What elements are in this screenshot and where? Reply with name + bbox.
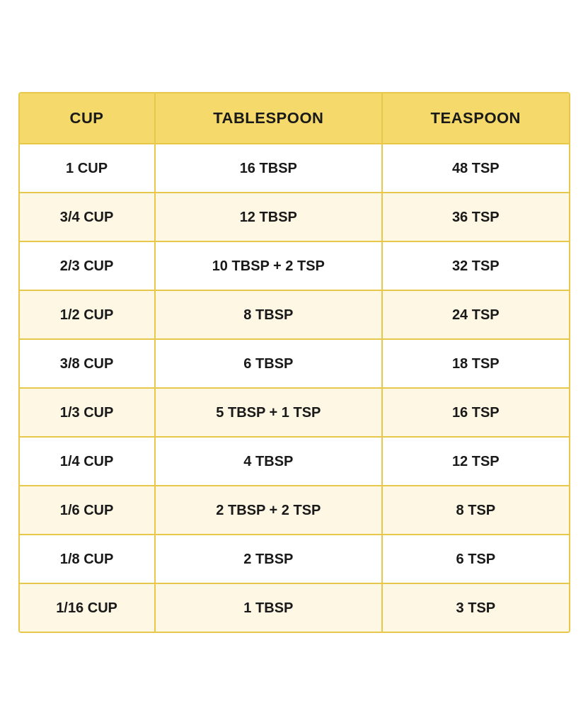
table-row: 1/8 CUP2 TBSP6 TSP xyxy=(20,535,569,583)
header-cup: CUP xyxy=(20,93,155,144)
table-row: 1/2 CUP8 TBSP24 TSP xyxy=(20,290,569,339)
cell-tablespoon: 1 TBSP xyxy=(155,583,382,632)
conversion-table: CUP TABLESPOON TEASPOON 1 CUP16 TBSP48 T… xyxy=(20,93,569,632)
cell-cup: 1/8 CUP xyxy=(20,535,155,583)
cell-cup: 1/4 CUP xyxy=(20,437,155,486)
table-row: 1 CUP16 TBSP48 TSP xyxy=(20,144,569,193)
table-row: 1/3 CUP5 TBSP + 1 TSP16 TSP xyxy=(20,388,569,437)
cell-cup: 1/2 CUP xyxy=(20,290,155,339)
cell-cup: 3/8 CUP xyxy=(20,339,155,388)
cell-tablespoon: 2 TBSP xyxy=(155,535,382,583)
cell-teaspoon: 48 TSP xyxy=(382,144,568,193)
cell-tablespoon: 6 TBSP xyxy=(155,339,382,388)
cell-teaspoon: 24 TSP xyxy=(382,290,568,339)
cell-tablespoon: 10 TBSP + 2 TSP xyxy=(155,241,382,290)
table-row: 1/4 CUP4 TBSP12 TSP xyxy=(20,437,569,486)
cell-teaspoon: 16 TSP xyxy=(382,388,568,437)
table-row: 3/8 CUP6 TBSP18 TSP xyxy=(20,339,569,388)
table-header-row: CUP TABLESPOON TEASPOON xyxy=(20,93,569,144)
cell-teaspoon: 36 TSP xyxy=(382,193,568,241)
cell-tablespoon: 4 TBSP xyxy=(155,437,382,486)
cell-cup: 1/16 CUP xyxy=(20,583,155,632)
table-row: 1/16 CUP1 TBSP3 TSP xyxy=(20,583,569,632)
table-row: 1/6 CUP2 TBSP + 2 TSP8 TSP xyxy=(20,486,569,535)
cell-tablespoon: 8 TBSP xyxy=(155,290,382,339)
table-body: 1 CUP16 TBSP48 TSP3/4 CUP12 TBSP36 TSP2/… xyxy=(20,144,569,632)
cell-teaspoon: 18 TSP xyxy=(382,339,568,388)
conversion-table-container: CUP TABLESPOON TEASPOON 1 CUP16 TBSP48 T… xyxy=(18,92,570,633)
cell-cup: 2/3 CUP xyxy=(20,241,155,290)
cell-tablespoon: 2 TBSP + 2 TSP xyxy=(155,486,382,535)
cell-tablespoon: 16 TBSP xyxy=(155,144,382,193)
header-teaspoon: TEASPOON xyxy=(382,93,568,144)
table-row: 2/3 CUP10 TBSP + 2 TSP32 TSP xyxy=(20,241,569,290)
cell-teaspoon: 8 TSP xyxy=(382,486,568,535)
cell-tablespoon: 12 TBSP xyxy=(155,193,382,241)
cell-cup: 1/6 CUP xyxy=(20,486,155,535)
cell-cup: 3/4 CUP xyxy=(20,193,155,241)
table-row: 3/4 CUP12 TBSP36 TSP xyxy=(20,193,569,241)
cell-teaspoon: 32 TSP xyxy=(382,241,568,290)
cell-tablespoon: 5 TBSP + 1 TSP xyxy=(155,388,382,437)
cell-teaspoon: 12 TSP xyxy=(382,437,568,486)
cell-teaspoon: 6 TSP xyxy=(382,535,568,583)
header-tablespoon: TABLESPOON xyxy=(155,93,382,144)
cell-teaspoon: 3 TSP xyxy=(382,583,568,632)
cell-cup: 1/3 CUP xyxy=(20,388,155,437)
cell-cup: 1 CUP xyxy=(20,144,155,193)
